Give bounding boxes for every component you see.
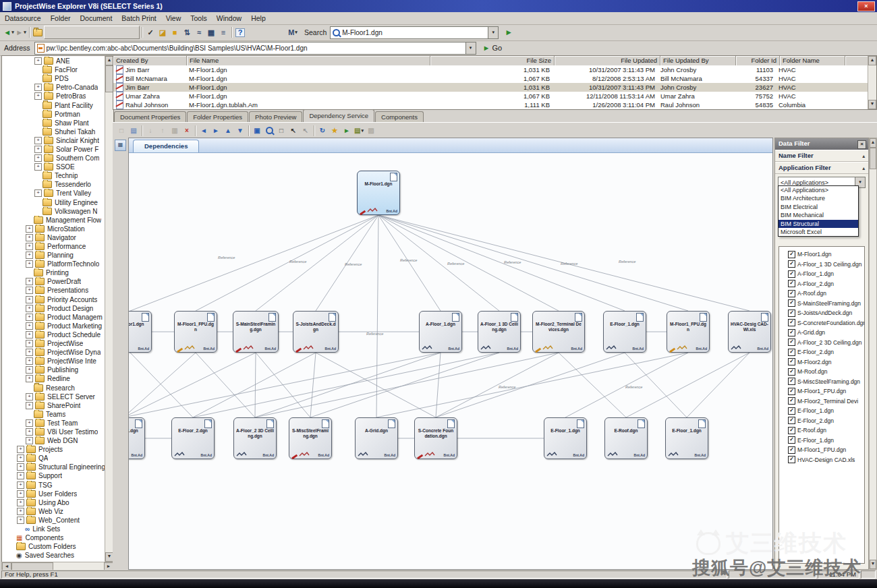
- dependency-canvas[interactable]: Dependencies M-Floor1.dgnBnt.AdM-Floor1.…: [128, 138, 773, 570]
- forward-icon[interactable]: ►▾: [15, 26, 27, 38]
- checkbox-icon[interactable]: ✓: [788, 397, 795, 405]
- menu-batch-print[interactable]: Batch Print: [117, 13, 161, 24]
- tree-item-priority-accounts[interactable]: +Priority Accounts: [3, 295, 105, 304]
- scroll-down-icon[interactable]: ▼: [870, 560, 876, 569]
- menu-document[interactable]: Document: [75, 13, 117, 24]
- expand-icon[interactable]: +: [34, 163, 42, 171]
- panel-scrollbar[interactable]: ▲ ▼: [869, 138, 877, 570]
- expand-icon[interactable]: +: [26, 225, 33, 233]
- tree-item-presentations[interactable]: +Presentations: [3, 286, 105, 295]
- tree-item-test-team[interactable]: +Test Team: [3, 419, 105, 428]
- expand-icon[interactable]: +: [26, 234, 33, 241]
- close-icon[interactable]: ×: [857, 140, 866, 149]
- tree-item-projectwise[interactable]: +ProjectWise: [3, 339, 105, 348]
- pan-icon[interactable]: ↖: [300, 125, 312, 137]
- expand-icon[interactable]: +: [17, 517, 24, 524]
- node-e-floor-1-dgn[interactable]: E-Floor_1.dgnBnt.Ad: [544, 417, 587, 459]
- file-filter-item[interactable]: ✓A-Roof.dgn: [788, 289, 864, 299]
- node-e-floor-1-dgn[interactable]: E-Floor_1.dgnBnt.Ad: [603, 311, 646, 353]
- tab-dependency-service[interactable]: Dependency Service: [303, 109, 374, 122]
- folder-nav-icon[interactable]: ◪: [157, 26, 169, 38]
- tree-item-saved-searches[interactable]: ◉Saved Searches: [3, 551, 105, 560]
- checkbox-icon[interactable]: ✓: [788, 290, 795, 297]
- tree-item-shaw-plant[interactable]: Shaw Plant: [3, 119, 105, 127]
- help-icon[interactable]: ?: [234, 26, 246, 38]
- expand-icon[interactable]: +: [26, 437, 33, 444]
- tree-item-ane[interactable]: +ANE: [3, 57, 105, 65]
- menu-folder[interactable]: Folder: [46, 13, 76, 24]
- tree-item-petrobras[interactable]: +PetroBras: [3, 92, 105, 100]
- file-row[interactable]: Jim BarrM-Floor1.dgn1,031 KB10/31/2007 3…: [113, 65, 868, 74]
- tab-components[interactable]: Components: [375, 111, 424, 122]
- tree-item-using-abo[interactable]: +Using Abo: [3, 498, 105, 507]
- tree-item-product-design[interactable]: +Product Design: [3, 304, 105, 313]
- tree-item-management-flow[interactable]: Management Flow: [3, 216, 105, 225]
- expand-icon[interactable]: +: [26, 331, 33, 339]
- tree-item-product-schedule[interactable]: +Product Schedule: [3, 330, 105, 339]
- tab-document-properties[interactable]: Document Properties: [114, 111, 186, 122]
- search-scope-button[interactable]: M ▾: [287, 26, 299, 38]
- tree-item-utility-enginee[interactable]: Utility Enginee: [3, 198, 105, 207]
- node-s-miscsteelframing-dgn[interactable]: S-MiscSteelFraming.dgnBnt.Ad: [289, 417, 332, 459]
- column-header-file-size[interactable]: File Size: [430, 56, 555, 65]
- checkbox-icon[interactable]: ✓: [788, 388, 795, 395]
- node-m-floor1-dgn[interactable]: M-Floor1.dgnBnt.Ad: [357, 171, 400, 215]
- file-row[interactable]: Bill McNamaraM-Floor1.dgn1,067 KB8/12/20…: [113, 74, 868, 83]
- delete-icon[interactable]: ×: [181, 125, 193, 137]
- tree-item-solar-power-f[interactable]: +Solar Power F: [3, 145, 105, 154]
- tree-item-plant-facility[interactable]: Plant Facility: [3, 100, 105, 109]
- file-filter-item[interactable]: ✓A-Floor_1.dgn: [788, 269, 864, 279]
- checkbox-icon[interactable]: ✓: [788, 251, 795, 258]
- checkbox-icon[interactable]: ✓: [788, 378, 795, 385]
- tree-item-redline[interactable]: +Redline: [3, 374, 105, 383]
- tree-item-sinclair-knight[interactable]: +Sinclair Knight: [3, 136, 105, 145]
- checkbox-icon[interactable]: ✓: [788, 358, 795, 365]
- column-header-file-name[interactable]: File Name: [187, 56, 430, 65]
- app-option-microsoft-excel[interactable]: Microsoft Excel: [779, 228, 858, 236]
- expand-icon[interactable]: +: [17, 463, 24, 471]
- up-folder-icon[interactable]: ↑: [32, 26, 44, 38]
- tree-item-printing[interactable]: Printing: [3, 268, 105, 277]
- file-filter-item[interactable]: ✓A-Floor_1 3D Ceiling.dgn: [788, 260, 864, 270]
- file-list-scrollbar[interactable]: ▲ ▼: [868, 56, 876, 109]
- scroll-down-icon[interactable]: ▼: [868, 100, 876, 109]
- expand-icon[interactable]: +: [26, 278, 33, 285]
- expand-icon[interactable]: +: [34, 84, 42, 91]
- tree-item-trent-valley[interactable]: +Trent Valley: [3, 189, 105, 198]
- tree-item-product-marketing[interactable]: +Product Marketing: [3, 322, 105, 330]
- checkbox-icon[interactable]: ✓: [788, 436, 795, 444]
- tree-item-pds[interactable]: PDS: [3, 74, 105, 83]
- app-option-bim-structural[interactable]: BIM Structural: [779, 220, 858, 228]
- expand-icon[interactable]: +: [26, 349, 33, 356]
- tree-item-ssoe[interactable]: +SSOE: [3, 163, 105, 171]
- node-a-floor-2-3d-ceiling-dgn[interactable]: A-Floor_2 3D Ceiling.dgnBnt.Ad: [233, 417, 277, 459]
- scroll-thumb[interactable]: [870, 148, 876, 169]
- tree-item-planning[interactable]: +Planning: [3, 251, 105, 260]
- file-filter-item[interactable]: ✓M-Floor2.dgn: [788, 357, 864, 368]
- tree-item-powerdraft[interactable]: +PowerDraft: [3, 277, 105, 286]
- column-header-file-updated[interactable]: File Updated: [555, 56, 660, 65]
- section-name-filter[interactable]: Name Filter ▴: [775, 150, 868, 162]
- file-filter-item[interactable]: ✓E-Floor_1.dgn: [788, 406, 864, 416]
- file-filter-item[interactable]: ✓HVAC-Design CAD.xls: [788, 455, 864, 465]
- column-header-created-by[interactable]: Created By: [113, 56, 187, 65]
- tree-item-petro-canada[interactable]: +Petro-Canada: [3, 83, 105, 92]
- expand-icon[interactable]: +: [17, 446, 24, 453]
- tree-item-publishing[interactable]: +Publishing: [3, 365, 105, 374]
- expand-icon[interactable]: +: [17, 472, 24, 479]
- scroll-up-icon[interactable]: ▲: [868, 56, 876, 65]
- nav-left-icon[interactable]: ◄: [198, 125, 210, 137]
- checkbox-icon[interactable]: ✓: [788, 270, 795, 278]
- checkbox-icon[interactable]: ✓: [788, 339, 795, 346]
- tree-item-user-folders[interactable]: +User Folders: [3, 490, 105, 498]
- expand-icon[interactable]: +: [17, 499, 24, 506]
- tree-item-link-sets[interactable]: ∞Link Sets: [3, 525, 105, 533]
- expand-icon[interactable]: +: [34, 189, 42, 197]
- expand-icon[interactable]: +: [17, 481, 24, 489]
- file-filter-item[interactable]: ✓E-Floor_2.dgn: [788, 347, 864, 357]
- file-row[interactable]: Umar ZahraM-Floor1.dgn1,067 KB12/11/2008…: [113, 92, 868, 100]
- menu-view[interactable]: View: [161, 13, 186, 24]
- tree-item-facflor[interactable]: FacFlor: [3, 65, 105, 74]
- node-m-floor1-dgn[interactable]: M-Floor1.dgnBnt.Ad: [128, 311, 152, 353]
- expand-icon[interactable]: +: [26, 252, 33, 259]
